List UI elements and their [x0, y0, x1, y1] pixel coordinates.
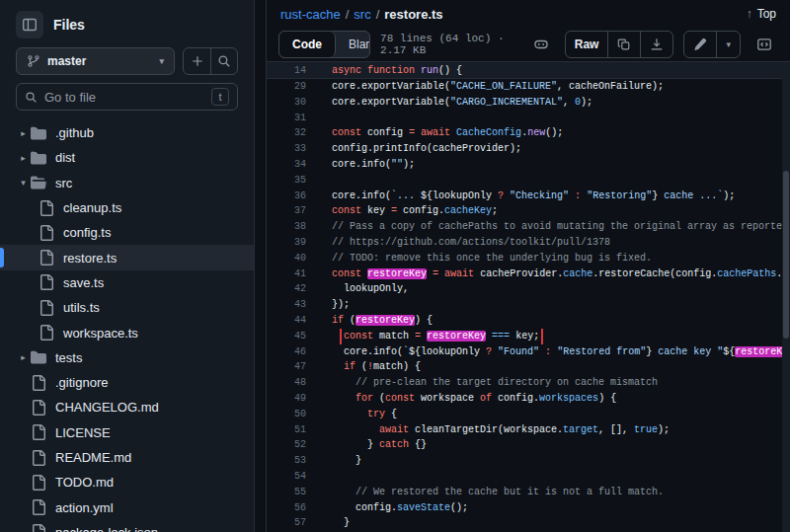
code-token: // Pass a copy of cachePaths to avoid mu… [320, 221, 790, 232]
line-number[interactable]: 47 [267, 359, 306, 375]
download-button[interactable] [640, 32, 672, 57]
copilot-button[interactable] [527, 31, 555, 58]
sidebar-item--gitignore[interactable]: .gitignore [0, 370, 254, 395]
code-token: workspace [415, 393, 480, 404]
sidebar-item-dist[interactable]: ▸dist [0, 145, 254, 170]
line-content: if (!match) { [306, 359, 790, 375]
code-line: 32 const config = await CacheConfig.new(… [267, 125, 790, 141]
code-token: config. [320, 502, 397, 513]
panel-resize-divider[interactable] [255, 0, 266, 532]
file-meta-info: 78 lines (64 loc) · 2.17 KB [380, 33, 517, 56]
code-line: 55 // We restored the cache but it is no… [267, 485, 790, 500]
line-content [306, 111, 790, 126]
line-content: config.saveState(); [306, 500, 790, 516]
line-number[interactable]: 32 [267, 125, 306, 141]
copy-button[interactable] [607, 32, 640, 57]
sidebar-item-restore-ts[interactable]: restore.ts [0, 245, 254, 269]
line-number[interactable]: 30 [267, 95, 306, 111]
line-number[interactable]: 37 [267, 203, 306, 219]
line-number[interactable]: 55 [267, 485, 306, 500]
code-token [320, 205, 332, 216]
line-number[interactable]: 35 [267, 173, 306, 189]
line-number[interactable]: 41 [267, 266, 306, 282]
sidebar-item-cleanup-ts[interactable]: cleanup.ts [0, 195, 254, 220]
edit-group: ▾ [683, 31, 741, 58]
code-token: ); [403, 159, 415, 170]
branch-selector[interactable]: master ▾ [16, 47, 175, 75]
tab-code[interactable]: Code [279, 32, 336, 57]
line-number[interactable]: 45 [267, 329, 306, 344]
search-tree-button[interactable] [210, 48, 237, 74]
line-number[interactable]: 14 [267, 62, 306, 78]
line-number[interactable]: 33 [267, 141, 306, 157]
edit-dropdown-button[interactable]: ▾ [716, 32, 740, 57]
code-token: // pre-clean the target directory on cac… [320, 377, 658, 388]
raw-button[interactable]: Raw [566, 32, 608, 57]
sidebar-item-changelog-md[interactable]: CHANGELOG.md [0, 395, 254, 419]
line-number[interactable]: 34 [267, 157, 306, 173]
line-number[interactable]: 48 [267, 375, 306, 391]
sidebar-item-todo-md[interactable]: TODO.md [0, 470, 254, 494]
file-icon [39, 300, 54, 316]
toolbar-actions: Raw [527, 31, 778, 58]
line-content: const key = config.cacheKey; [306, 203, 790, 219]
code-scrollbar-thumb[interactable] [783, 171, 789, 339]
line-number[interactable]: 44 [267, 313, 306, 329]
sidebar-item-license[interactable]: LICENSE [0, 420, 254, 445]
code-token: await [444, 268, 474, 279]
go-to-file-input[interactable]: Go to file t [16, 83, 238, 111]
code-token [320, 315, 332, 326]
sidebar-item--github[interactable]: ▸.github [0, 120, 254, 145]
code-token: function [367, 65, 415, 76]
line-content: core.info(`... ${lookupOnly ? "Checking"… [306, 189, 790, 204]
breadcrumb-repo-link[interactable]: rust-cache [280, 7, 341, 22]
sidebar-item-utils-ts[interactable]: utils.ts [0, 295, 254, 320]
sidebar-item-tests[interactable]: ▸tests [0, 345, 254, 370]
sidebar-item-action-yml[interactable]: action.yml [0, 494, 254, 519]
line-number[interactable]: 42 [267, 281, 306, 297]
edit-file-button[interactable] [684, 32, 716, 57]
line-number[interactable]: 38 [267, 219, 306, 235]
line-content: core.exportVariable("CARGO_INCREMENTAL",… [306, 95, 790, 111]
new-file-button[interactable] [184, 48, 210, 74]
line-number[interactable]: 50 [267, 407, 306, 422]
symbols-panel-button[interactable] [750, 31, 778, 58]
line-number[interactable]: 29 [267, 79, 306, 95]
sidebar-item-package-lock-json[interactable]: package-lock.json [0, 520, 254, 532]
sidebar-item-save-ts[interactable]: save.ts [0, 270, 254, 295]
sidebar-item-src[interactable]: ▾src [0, 171, 254, 195]
line-number[interactable]: 56 [267, 500, 306, 516]
code-token: lookupOnly, [320, 283, 409, 294]
code-line: 33 config.printInfo(cacheProvider); [267, 141, 790, 157]
line-number[interactable]: 49 [267, 391, 306, 407]
tab-blame[interactable]: Blame [336, 32, 370, 57]
line-number[interactable]: 43 [267, 297, 306, 313]
copy-icon [617, 38, 631, 51]
tree-item-label: restore.ts [63, 251, 117, 266]
line-number[interactable]: 40 [267, 251, 306, 266]
line-number[interactable]: 53 [267, 453, 306, 469]
line-number[interactable]: 51 [267, 422, 306, 438]
line-content: lookupOnly, [306, 281, 790, 297]
sidebar-item-config-ts[interactable]: config.ts [0, 220, 254, 245]
line-number[interactable]: 46 [267, 344, 306, 360]
sidebar-item-workspace-ts[interactable]: workspace.ts [0, 320, 254, 344]
chevron-down-icon: ▾ [16, 178, 31, 188]
line-content: }); [306, 297, 790, 313]
code-token: const [385, 393, 415, 404]
breadcrumb-dir-link[interactable]: src [354, 7, 370, 22]
line-number[interactable]: 54 [267, 469, 306, 485]
line-number[interactable]: 57 [267, 515, 306, 531]
sidebar-item-readme-md[interactable]: README.md [0, 445, 254, 470]
breadcrumb: rust-cache / src / restore.ts ↑ Top [267, 0, 790, 28]
back-to-top-link[interactable]: ↑ Top [747, 7, 776, 21]
line-number[interactable]: 39 [267, 235, 306, 251]
chevron-right-icon: ▸ [16, 128, 31, 138]
file-icon [31, 400, 46, 416]
code-scrollbar-track[interactable] [782, 62, 790, 532]
code-token: async [332, 65, 361, 76]
line-number[interactable]: 36 [267, 189, 306, 204]
line-number[interactable]: 31 [267, 111, 306, 126]
collapse-file-tree-button[interactable] [16, 11, 43, 38]
line-number[interactable]: 52 [267, 437, 306, 453]
